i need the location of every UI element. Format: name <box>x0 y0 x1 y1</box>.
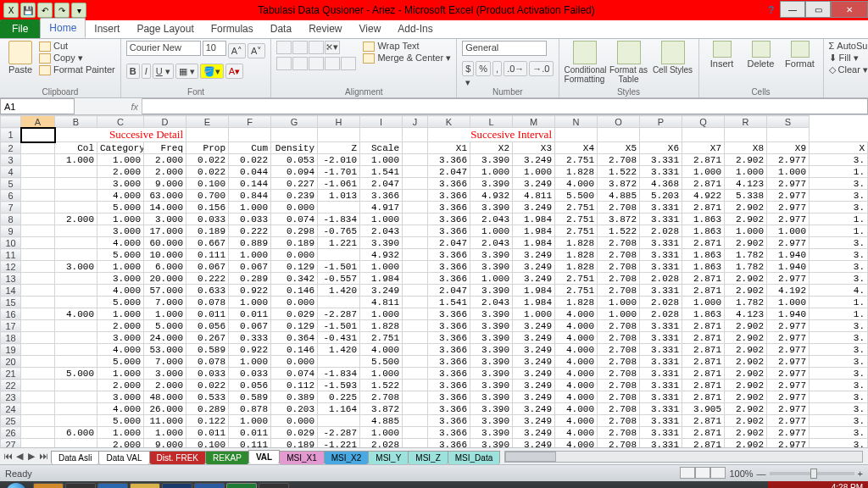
cell[interactable]: 3.331 <box>640 356 682 368</box>
cell[interactable]: 3.000 <box>97 391 144 403</box>
cell[interactable] <box>55 190 97 202</box>
cell[interactable]: 0.289 <box>186 403 229 415</box>
cell[interactable]: 1.828 <box>555 237 598 249</box>
col-label[interactable]: X6 <box>640 142 682 154</box>
cell[interactable]: 3.366 <box>428 380 470 391</box>
tab-insert[interactable]: Insert <box>86 19 128 38</box>
cell[interactable]: 2.871 <box>682 202 725 214</box>
insert-button[interactable]: Insert <box>704 41 740 69</box>
col-label[interactable]: X7 <box>682 142 725 154</box>
cell[interactable]: 0.146 <box>271 344 318 356</box>
percent-button[interactable]: % <box>476 61 491 76</box>
cell[interactable]: 0.022 <box>186 166 229 178</box>
cell[interactable]: -0.431 <box>318 332 360 344</box>
cell[interactable]: 1.000 <box>97 308 144 320</box>
cell[interactable]: 1.000 <box>360 154 403 166</box>
cell[interactable]: 1. <box>810 225 868 237</box>
cell[interactable]: 2.902 <box>725 403 767 415</box>
zoom-in-button[interactable]: + <box>858 469 863 479</box>
cell[interactable]: 2.000 <box>97 166 144 178</box>
cell[interactable]: 3.366 <box>428 356 470 368</box>
cell[interactable]: 1.000 <box>97 427 144 439</box>
cell[interactable]: 10.000 <box>144 249 186 261</box>
tab-file[interactable]: File <box>0 19 40 38</box>
cell[interactable]: 3.366 <box>428 261 470 273</box>
cell[interactable]: 1.940 <box>767 261 810 273</box>
cell[interactable]: 2.977 <box>767 356 810 368</box>
cell[interactable] <box>55 237 97 249</box>
cell[interactable]: 2.902 <box>725 391 767 403</box>
cell[interactable]: 4.917 <box>360 202 403 214</box>
cell[interactable]: 2.977 <box>767 332 810 344</box>
cell[interactable]: 2.047 <box>428 237 470 249</box>
qat-more-icon[interactable]: ▾ <box>71 3 86 18</box>
col-label[interactable]: Density <box>271 142 318 154</box>
cell[interactable]: 2.708 <box>598 391 640 403</box>
cell[interactable]: 3.390 <box>470 154 513 166</box>
cell[interactable]: 17.000 <box>144 225 186 237</box>
cell[interactable]: 0.922 <box>229 285 271 297</box>
cell[interactable]: 4.000 <box>555 344 598 356</box>
cell[interactable]: 0.889 <box>229 237 271 249</box>
cell[interactable]: 3.390 <box>470 261 513 273</box>
autosum-button[interactable]: Σ AutoSum ▾ <box>829 41 869 52</box>
cell[interactable]: 5.000 <box>97 297 144 308</box>
cell[interactable]: 0.667 <box>186 237 229 249</box>
save-icon[interactable]: 💾 <box>20 3 36 18</box>
cell[interactable] <box>318 202 360 214</box>
cell[interactable]: 2.871 <box>682 391 725 403</box>
cell[interactable]: 3.390 <box>470 403 513 415</box>
cell[interactable]: 0.129 <box>271 261 318 273</box>
cell[interactable]: 1.000 <box>767 225 810 237</box>
cell[interactable]: 3.000 <box>144 368 186 380</box>
cell[interactable]: 0.067 <box>229 320 271 332</box>
section-title[interactable]: Succesive Detail <box>55 128 186 142</box>
cell[interactable]: 0.000 <box>271 202 318 214</box>
cell[interactable]: 1.000 <box>97 154 144 166</box>
tab-page-layout[interactable]: Page Layout <box>128 19 202 38</box>
cell[interactable]: 1.000 <box>598 297 640 308</box>
cell[interactable]: -1.834 <box>318 368 360 380</box>
cell[interactable]: 2.871 <box>682 415 725 427</box>
cell[interactable]: 2.977 <box>767 178 810 190</box>
cell[interactable]: 0.074 <box>271 368 318 380</box>
cell[interactable]: 4.192 <box>767 285 810 297</box>
col-header[interactable]: Q <box>682 116 725 128</box>
cell[interactable]: 3.331 <box>640 344 682 356</box>
formula-input[interactable] <box>142 98 868 114</box>
cell[interactable]: 4. <box>810 285 868 297</box>
task-word[interactable]: W <box>194 483 225 488</box>
cell[interactable]: 0.074 <box>271 214 318 225</box>
cell[interactable]: 0.389 <box>271 391 318 403</box>
cell[interactable] <box>318 356 360 368</box>
cell[interactable]: 2.902 <box>725 439 767 448</box>
clock[interactable]: 4:28 PM11/11/2017 <box>821 483 863 488</box>
cell[interactable]: 3.366 <box>428 202 470 214</box>
sheet-tab[interactable]: MSI_Z <box>408 451 448 464</box>
cell[interactable]: 4.123 <box>725 178 767 190</box>
cell[interactable]: 2.977 <box>767 190 810 202</box>
cell[interactable]: 3.390 <box>470 285 513 297</box>
cell[interactable]: 2.902 <box>725 344 767 356</box>
tab-formulas[interactable]: Formulas <box>203 19 262 38</box>
cell[interactable]: 2.043 <box>470 214 513 225</box>
sheet-tab[interactable]: MSI_X1 <box>279 451 325 464</box>
cell[interactable]: 4.000 <box>360 344 403 356</box>
fill-button[interactable]: ⬇ Fill ▾ <box>829 53 869 64</box>
cell[interactable]: 4.000 <box>555 308 598 320</box>
cell[interactable]: -0.765 <box>318 225 360 237</box>
cell[interactable]: 1.221 <box>318 237 360 249</box>
cell[interactable]: 2.871 <box>682 332 725 344</box>
cell[interactable]: 3.390 <box>470 356 513 368</box>
cell[interactable]: 3. <box>810 427 868 439</box>
cell[interactable]: 3.366 <box>360 190 403 202</box>
cell[interactable]: 0.222 <box>229 225 271 237</box>
cell[interactable]: 3.000 <box>97 178 144 190</box>
task-chrome[interactable]: ◯ <box>65 483 96 488</box>
cell[interactable]: 4.811 <box>360 297 403 308</box>
cell[interactable]: 1.000 <box>682 166 725 178</box>
underline-button[interactable]: U ▾ <box>153 64 174 79</box>
section-title[interactable]: Succesive Interval <box>428 128 555 142</box>
cell[interactable] <box>55 380 97 391</box>
indent-dec-button[interactable] <box>325 57 340 70</box>
